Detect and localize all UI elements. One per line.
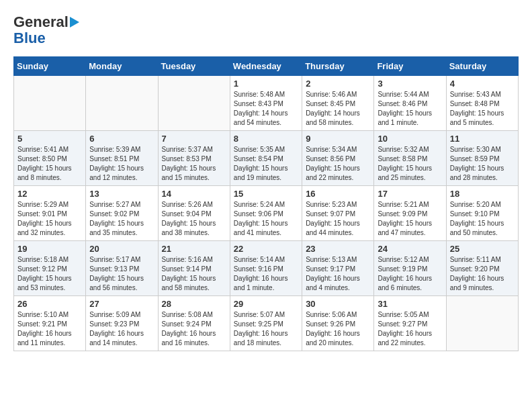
day-info: Sunrise: 5:10 AM Sunset: 9:21 PM Dayligh… bbox=[17, 310, 82, 348]
day-number: 13 bbox=[89, 189, 154, 199]
day-info: Sunrise: 5:34 AM Sunset: 8:56 PM Dayligh… bbox=[306, 145, 370, 183]
day-info: Sunrise: 5:17 AM Sunset: 9:13 PM Dayligh… bbox=[89, 255, 154, 293]
day-info: Sunrise: 5:12 AM Sunset: 9:19 PM Dayligh… bbox=[378, 255, 442, 293]
day-info: Sunrise: 5:06 AM Sunset: 9:26 PM Dayligh… bbox=[306, 310, 370, 348]
day-number: 30 bbox=[306, 299, 370, 309]
weekday-header-monday: Monday bbox=[86, 57, 158, 76]
calendar-day-cell bbox=[446, 296, 518, 351]
day-info: Sunrise: 5:46 AM Sunset: 8:45 PM Dayligh… bbox=[306, 90, 370, 128]
calendar-day-cell: 22Sunrise: 5:14 AM Sunset: 9:16 PM Dayli… bbox=[230, 241, 302, 296]
day-info: Sunrise: 5:39 AM Sunset: 8:51 PM Dayligh… bbox=[89, 145, 154, 183]
calendar-day-cell: 9Sunrise: 5:34 AM Sunset: 8:56 PM Daylig… bbox=[302, 131, 374, 186]
day-info: Sunrise: 5:30 AM Sunset: 8:59 PM Dayligh… bbox=[450, 145, 515, 183]
calendar-day-cell: 14Sunrise: 5:26 AM Sunset: 9:04 PM Dayli… bbox=[158, 186, 230, 241]
day-number: 7 bbox=[162, 134, 226, 144]
calendar-week-row: 12Sunrise: 5:29 AM Sunset: 9:01 PM Dayli… bbox=[14, 186, 519, 241]
day-info: Sunrise: 5:26 AM Sunset: 9:04 PM Dayligh… bbox=[162, 200, 226, 238]
calendar-day-cell: 25Sunrise: 5:11 AM Sunset: 9:20 PM Dayli… bbox=[446, 241, 518, 296]
calendar-day-cell: 1Sunrise: 5:48 AM Sunset: 8:43 PM Daylig… bbox=[230, 76, 302, 131]
day-number: 15 bbox=[234, 189, 298, 199]
day-number: 31 bbox=[378, 299, 442, 309]
logo-text-general: General bbox=[13, 13, 69, 31]
day-info: Sunrise: 5:13 AM Sunset: 9:17 PM Dayligh… bbox=[306, 255, 370, 293]
calendar-day-cell: 2Sunrise: 5:46 AM Sunset: 8:45 PM Daylig… bbox=[302, 76, 374, 131]
calendar-week-row: 1Sunrise: 5:48 AM Sunset: 8:43 PM Daylig… bbox=[14, 76, 519, 131]
weekday-header-tuesday: Tuesday bbox=[158, 57, 230, 76]
day-number: 11 bbox=[450, 134, 515, 144]
calendar-day-cell: 27Sunrise: 5:09 AM Sunset: 9:23 PM Dayli… bbox=[86, 296, 158, 351]
day-number: 22 bbox=[234, 244, 298, 254]
calendar-day-cell bbox=[86, 76, 158, 131]
calendar-day-cell: 21Sunrise: 5:16 AM Sunset: 9:14 PM Dayli… bbox=[158, 241, 230, 296]
calendar-day-cell: 31Sunrise: 5:05 AM Sunset: 9:27 PM Dayli… bbox=[374, 296, 446, 351]
day-number: 1 bbox=[234, 79, 298, 89]
calendar-day-cell: 11Sunrise: 5:30 AM Sunset: 8:59 PM Dayli… bbox=[446, 131, 518, 186]
day-number: 14 bbox=[162, 189, 226, 199]
calendar-table: SundayMondayTuesdayWednesdayThursdayFrid… bbox=[13, 56, 519, 351]
calendar-day-cell: 20Sunrise: 5:17 AM Sunset: 9:13 PM Dayli… bbox=[86, 241, 158, 296]
day-number: 9 bbox=[306, 134, 370, 144]
day-number: 23 bbox=[306, 244, 370, 254]
calendar-day-cell: 29Sunrise: 5:07 AM Sunset: 9:25 PM Dayli… bbox=[230, 296, 302, 351]
calendar-day-cell: 16Sunrise: 5:23 AM Sunset: 9:07 PM Dayli… bbox=[302, 186, 374, 241]
day-number: 28 bbox=[162, 299, 226, 309]
day-info: Sunrise: 5:20 AM Sunset: 9:10 PM Dayligh… bbox=[450, 200, 515, 238]
day-number: 4 bbox=[450, 79, 515, 89]
day-info: Sunrise: 5:32 AM Sunset: 8:58 PM Dayligh… bbox=[378, 145, 442, 183]
day-number: 25 bbox=[450, 244, 515, 254]
calendar-day-cell: 19Sunrise: 5:18 AM Sunset: 9:12 PM Dayli… bbox=[14, 241, 86, 296]
day-info: Sunrise: 5:14 AM Sunset: 9:16 PM Dayligh… bbox=[234, 255, 298, 293]
day-info: Sunrise: 5:35 AM Sunset: 8:54 PM Dayligh… bbox=[234, 145, 298, 183]
logo-arrow-icon bbox=[70, 17, 79, 28]
day-info: Sunrise: 5:27 AM Sunset: 9:02 PM Dayligh… bbox=[89, 200, 154, 238]
day-number: 10 bbox=[378, 134, 442, 144]
page-header: General Blue bbox=[13, 13, 519, 46]
weekday-header-sunday: Sunday bbox=[14, 57, 86, 76]
day-number: 19 bbox=[17, 244, 82, 254]
day-info: Sunrise: 5:24 AM Sunset: 9:06 PM Dayligh… bbox=[234, 200, 298, 238]
day-info: Sunrise: 5:18 AM Sunset: 9:12 PM Dayligh… bbox=[17, 255, 82, 293]
day-info: Sunrise: 5:43 AM Sunset: 8:48 PM Dayligh… bbox=[450, 90, 515, 128]
day-info: Sunrise: 5:08 AM Sunset: 9:24 PM Dayligh… bbox=[162, 310, 226, 348]
calendar-day-cell: 6Sunrise: 5:39 AM Sunset: 8:51 PM Daylig… bbox=[86, 131, 158, 186]
day-info: Sunrise: 5:21 AM Sunset: 9:09 PM Dayligh… bbox=[378, 200, 442, 238]
day-info: Sunrise: 5:11 AM Sunset: 9:20 PM Dayligh… bbox=[450, 255, 515, 293]
calendar-day-cell: 7Sunrise: 5:37 AM Sunset: 8:53 PM Daylig… bbox=[158, 131, 230, 186]
calendar-day-cell bbox=[158, 76, 230, 131]
day-info: Sunrise: 5:09 AM Sunset: 9:23 PM Dayligh… bbox=[89, 310, 154, 348]
calendar-day-cell: 3Sunrise: 5:44 AM Sunset: 8:46 PM Daylig… bbox=[374, 76, 446, 131]
day-info: Sunrise: 5:05 AM Sunset: 9:27 PM Dayligh… bbox=[378, 310, 442, 348]
day-number: 18 bbox=[450, 189, 515, 199]
calendar-day-cell: 15Sunrise: 5:24 AM Sunset: 9:06 PM Dayli… bbox=[230, 186, 302, 241]
calendar-day-cell bbox=[14, 76, 86, 131]
calendar-day-cell: 18Sunrise: 5:20 AM Sunset: 9:10 PM Dayli… bbox=[446, 186, 518, 241]
day-number: 16 bbox=[306, 189, 370, 199]
day-info: Sunrise: 5:07 AM Sunset: 9:25 PM Dayligh… bbox=[234, 310, 298, 348]
calendar-day-cell: 12Sunrise: 5:29 AM Sunset: 9:01 PM Dayli… bbox=[14, 186, 86, 241]
weekday-header-friday: Friday bbox=[374, 57, 446, 76]
day-number: 6 bbox=[89, 134, 154, 144]
weekday-header-thursday: Thursday bbox=[302, 57, 374, 76]
day-info: Sunrise: 5:16 AM Sunset: 9:14 PM Dayligh… bbox=[162, 255, 226, 293]
day-number: 26 bbox=[17, 299, 82, 309]
day-number: 5 bbox=[17, 134, 82, 144]
day-info: Sunrise: 5:44 AM Sunset: 8:46 PM Dayligh… bbox=[378, 90, 442, 128]
day-number: 27 bbox=[89, 299, 154, 309]
calendar-day-cell: 8Sunrise: 5:35 AM Sunset: 8:54 PM Daylig… bbox=[230, 131, 302, 186]
calendar-day-cell: 5Sunrise: 5:41 AM Sunset: 8:50 PM Daylig… bbox=[14, 131, 86, 186]
calendar-day-cell: 23Sunrise: 5:13 AM Sunset: 9:17 PM Dayli… bbox=[302, 241, 374, 296]
day-info: Sunrise: 5:29 AM Sunset: 9:01 PM Dayligh… bbox=[17, 200, 82, 238]
day-number: 29 bbox=[234, 299, 298, 309]
day-number: 17 bbox=[378, 189, 442, 199]
day-number: 24 bbox=[378, 244, 442, 254]
calendar-day-cell: 28Sunrise: 5:08 AM Sunset: 9:24 PM Dayli… bbox=[158, 296, 230, 351]
weekday-header-row: SundayMondayTuesdayWednesdayThursdayFrid… bbox=[14, 57, 519, 76]
calendar-day-cell: 30Sunrise: 5:06 AM Sunset: 9:26 PM Dayli… bbox=[302, 296, 374, 351]
day-number: 12 bbox=[17, 189, 82, 199]
calendar-day-cell: 26Sunrise: 5:10 AM Sunset: 9:21 PM Dayli… bbox=[14, 296, 86, 351]
day-info: Sunrise: 5:23 AM Sunset: 9:07 PM Dayligh… bbox=[306, 200, 370, 238]
calendar-day-cell: 4Sunrise: 5:43 AM Sunset: 8:48 PM Daylig… bbox=[446, 76, 518, 131]
day-number: 8 bbox=[234, 134, 298, 144]
day-number: 20 bbox=[89, 244, 154, 254]
day-info: Sunrise: 5:41 AM Sunset: 8:50 PM Dayligh… bbox=[17, 145, 82, 183]
